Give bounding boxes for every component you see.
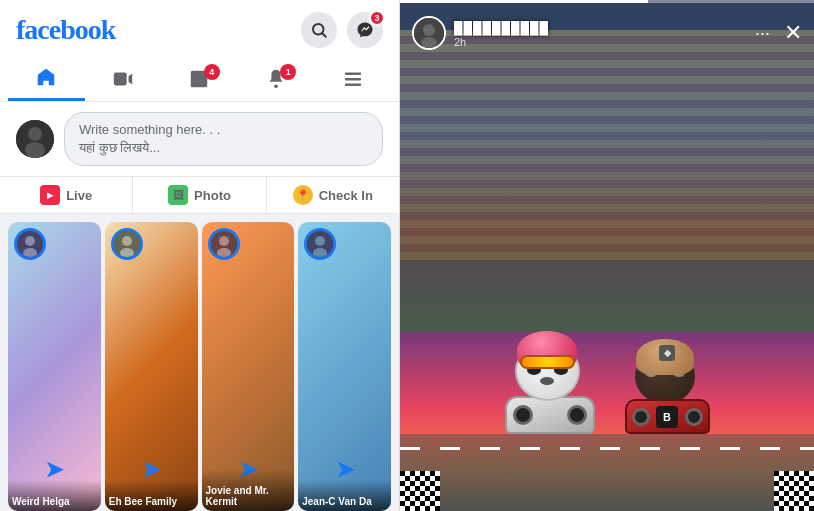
story-header: ██████████ 2h ··· ✕ — [400, 0, 814, 60]
tab-notifications[interactable]: 1 — [238, 58, 315, 100]
story-label-4: Jean-C Van Da — [298, 480, 391, 511]
svg-point-13 — [28, 127, 42, 141]
tab-home[interactable] — [8, 56, 85, 101]
facebook-logo: facebook — [16, 14, 115, 46]
svg-line-1 — [322, 33, 325, 36]
story-card-4[interactable]: ➤ Jean-C Van Da — [298, 222, 391, 511]
char2-helmet-badge: ◆ — [659, 345, 675, 361]
story-user-image-4 — [307, 231, 333, 257]
svg-rect-11 — [344, 83, 361, 85]
svg-point-28 — [423, 24, 435, 36]
svg-marker-3 — [128, 73, 132, 84]
kart2-wheel-right — [685, 408, 703, 426]
svg-point-16 — [25, 236, 35, 246]
checkin-icon: 📍 — [293, 185, 313, 205]
story-time: 2h — [454, 36, 549, 48]
tab-marketplace[interactable]: 4 — [161, 58, 238, 100]
story-label-2: Eh Bee Family — [105, 480, 198, 511]
story-options-button[interactable]: ··· — [755, 23, 770, 44]
svg-point-8 — [274, 84, 278, 88]
messenger-badge: 3 — [369, 10, 385, 26]
post-input[interactable]: Write something here. . . यहां कुछ लिखये… — [64, 112, 383, 166]
svg-rect-6 — [200, 75, 204, 79]
story-user-image-1 — [17, 231, 43, 257]
live-icon — [40, 185, 60, 205]
track-line — [400, 447, 814, 450]
svg-rect-9 — [344, 72, 361, 74]
marketplace-badge: 4 — [204, 64, 220, 80]
char1-head-container — [515, 331, 585, 401]
stories-section: ➤ Weird Helga ➤ Eh Bee Family — [0, 214, 399, 511]
post-placeholder: Write something here. . . यहां कुछ लिखये… — [79, 121, 368, 157]
navigation-tabs: 4 1 — [0, 56, 399, 102]
search-icon — [310, 21, 328, 39]
story-progress-fill — [400, 0, 648, 3]
svg-point-22 — [219, 236, 229, 246]
svg-rect-7 — [195, 80, 204, 83]
story-label-1: Weird Helga — [8, 480, 101, 511]
char2-head-container: ◆ — [635, 339, 700, 404]
search-button[interactable] — [301, 12, 337, 48]
story-user-details: ██████████ 2h — [454, 18, 549, 48]
svg-rect-10 — [344, 78, 361, 80]
story-avatar-1 — [14, 228, 46, 260]
facebook-feed-panel: facebook 3 — [0, 0, 400, 511]
photo-icon: 🖼 — [168, 185, 188, 205]
story-avatar-image — [414, 18, 444, 48]
story-username-wrapper: ██████████ — [454, 18, 549, 36]
checkered-corner-right — [774, 471, 814, 511]
avatar-image — [16, 120, 54, 158]
char1-kart — [505, 396, 595, 434]
checkered-corner-left — [400, 471, 440, 511]
story-avatar-4 — [304, 228, 336, 260]
post-action-bar: Live 🖼 Photo 📍 Check In — [0, 176, 399, 214]
story-scene: ◆ B — [400, 0, 814, 511]
story-avatar-2 — [111, 228, 143, 260]
app-header: facebook 3 — [0, 0, 399, 56]
story-close-button[interactable]: ✕ — [784, 20, 802, 46]
live-button[interactable]: Live — [0, 177, 133, 213]
tab-menu[interactable] — [314, 58, 391, 100]
kart2-badge: B — [656, 406, 678, 428]
kart1-wheel-left — [513, 405, 533, 425]
svg-point-19 — [122, 236, 132, 246]
story-viewer-panel: ◆ B — [400, 0, 814, 511]
story-user-info: ██████████ 2h — [412, 16, 549, 50]
story-controls: ··· ✕ — [755, 20, 802, 46]
story-progress-bar — [400, 0, 814, 3]
live-label: Live — [66, 188, 92, 203]
messenger-button[interactable]: 3 — [347, 12, 383, 48]
char2-badge-diamond: ◆ — [664, 348, 671, 358]
story-username-text: ██████████ — [454, 21, 549, 35]
checkin-label: Check In — [319, 188, 373, 203]
notifications-badge: 1 — [280, 64, 296, 80]
user-avatar — [16, 120, 54, 158]
svg-rect-2 — [114, 72, 127, 85]
header-icon-group: 3 — [301, 12, 383, 48]
kart1-wheel-right — [567, 405, 587, 425]
svg-point-14 — [25, 142, 45, 158]
char1-nose — [540, 377, 554, 385]
story-user-image-2 — [114, 231, 140, 257]
story-avatar-3 — [208, 228, 240, 260]
home-icon — [35, 66, 57, 88]
stories-grid: ➤ Weird Helga ➤ Eh Bee Family — [0, 222, 399, 511]
story-view: ◆ B — [400, 0, 814, 511]
story-card-2[interactable]: ➤ Eh Bee Family — [105, 222, 198, 511]
post-composer: Write something here. . . यहां कुछ लिखये… — [0, 102, 399, 176]
story-card-3[interactable]: ➤ Jovie and Mr. Kermit — [202, 222, 295, 511]
checkin-button[interactable]: 📍 Check In — [267, 177, 399, 213]
story-card-1[interactable]: ➤ Weird Helga — [8, 222, 101, 511]
menu-icon — [342, 68, 364, 90]
char2-kart: B — [625, 399, 710, 434]
kart2-wheel-left — [632, 408, 650, 426]
story-user-image-3 — [211, 231, 237, 257]
story-user-avatar — [412, 16, 446, 50]
kart2-badge-letter: B — [663, 411, 671, 423]
story-label-3: Jovie and Mr. Kermit — [202, 469, 295, 511]
tab-video[interactable] — [85, 58, 162, 100]
photo-button[interactable]: 🖼 Photo — [133, 177, 266, 213]
svg-point-25 — [315, 236, 325, 246]
kart-character-2: ◆ B — [625, 339, 710, 434]
video-icon — [112, 68, 134, 90]
